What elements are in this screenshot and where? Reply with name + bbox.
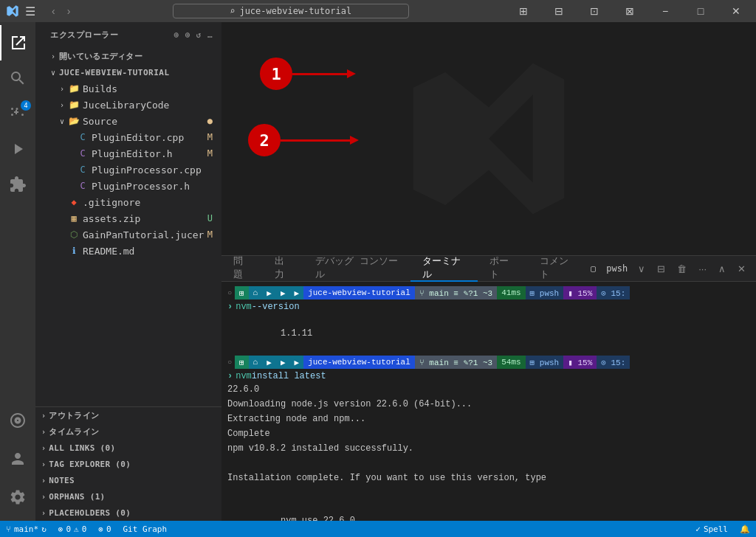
seg-home-2: ⌂ xyxy=(249,356,263,369)
panel-tabs: 問題 出力 デバッグ コンソール ターミナル ポート コメント xyxy=(221,256,756,282)
source-label: Source xyxy=(83,116,117,127)
tree-item-builds[interactable]: › 📁 Builds xyxy=(35,80,221,97)
terminal-content[interactable]: ○ ⊞ ⌂ ▶ ▶ ▶ juce-webview-tutorial ⑂ main… xyxy=(221,282,756,521)
terminal-instance-icon[interactable]: ▢ xyxy=(586,263,600,274)
project-arrow: ∨ xyxy=(47,66,59,78)
layout-button[interactable]: ⊠ xyxy=(613,0,647,22)
statusbar-branch[interactable]: ⑂ main* ↻ xyxy=(0,521,52,537)
panel-close-button[interactable]: ✕ xyxy=(733,262,750,276)
terminal-blank-1 xyxy=(221,456,756,471)
tab-ports[interactable]: ポート xyxy=(478,256,527,282)
close-button[interactable]: ✕ xyxy=(719,0,753,22)
nav-forward-button[interactable]: › xyxy=(63,4,75,18)
kill-terminal-button[interactable]: 🗑 xyxy=(673,262,691,276)
orphans-section[interactable]: › ORPHANS (1) xyxy=(35,488,221,505)
editor-area[interactable]: 1 2 xyxy=(221,22,756,255)
content-area: 1 2 問題 xyxy=(221,22,756,521)
tree-item-gitignore[interactable]: › ◆ .gitignore xyxy=(35,194,221,210)
activity-item-run[interactable] xyxy=(0,131,35,167)
seg-folder3-1: ▶ xyxy=(290,286,304,299)
new-folder-icon[interactable]: ⊕ xyxy=(185,30,190,40)
statusbar-notifications[interactable]: 🔔 xyxy=(734,521,756,537)
sidebar-lower: › アウトライン › タイムライン › ALL LINKS (0) › TAG … xyxy=(35,406,221,521)
collapse-icon[interactable]: … xyxy=(207,30,213,40)
seg-folder2-1: ▶ xyxy=(276,286,290,299)
plugin-processor-h-label: PluginProcessor.h xyxy=(92,181,190,192)
statusbar-errors[interactable]: ⊗ 0 ⚠ 0 xyxy=(52,521,93,537)
tab-debug-console[interactable]: デバッグ コンソール xyxy=(303,256,410,282)
activity-item-search[interactable] xyxy=(0,60,35,96)
bell-icon: 🔔 xyxy=(740,524,750,534)
open-editors-section[interactable]: › 開いているエディター xyxy=(35,48,221,64)
tree-item-plugin-processor-cpp[interactable]: › C PluginProcessor.cpp xyxy=(35,162,221,178)
activity-item-remote[interactable] xyxy=(0,403,35,438)
jucelibrary-arrow: › xyxy=(56,99,68,111)
tab-terminal[interactable]: ターミナル xyxy=(410,256,478,282)
terminal-cmd-2: › nvm install latest xyxy=(221,370,756,382)
zip-file-icon: ▦ xyxy=(68,212,80,224)
hamburger-menu-icon[interactable]: ☰ xyxy=(25,4,35,18)
notes-arrow: › xyxy=(41,477,46,485)
panel-actions: ▢ pwsh ∨ ⊟ 🗑 ··· ∧ ✕ xyxy=(586,262,756,276)
all-links-section[interactable]: › ALL LINKS (0) xyxy=(35,440,221,456)
remote-error-count: 0 xyxy=(106,524,111,534)
activity-item-extensions[interactable] xyxy=(0,167,35,202)
minimize-button[interactable]: − xyxy=(648,0,682,22)
terminal-output-2-3: Extracting node and npm... xyxy=(221,412,756,426)
vscode-logo-icon xyxy=(6,4,19,18)
panel-toggle-button[interactable]: ⊡ xyxy=(577,0,611,22)
refresh-icon[interactable]: ↺ xyxy=(196,30,202,40)
tree-item-jucelibrary[interactable]: › 📁 JuceLibraryCode xyxy=(35,97,221,113)
terminal-dropdown-button[interactable]: ∨ xyxy=(633,262,650,276)
all-links-label: ALL LINKS (0) xyxy=(49,443,115,453)
statusbar-left: ⑂ main* ↻ ⊗ 0 ⚠ 0 ⊗ 0 Git Graph xyxy=(0,521,173,537)
tab-comments[interactable]: コメント xyxy=(528,256,586,282)
statusbar-git-graph[interactable]: Git Graph xyxy=(117,521,173,537)
tag-explorer-section[interactable]: › TAG EXPLORER (0) xyxy=(35,456,221,472)
more-actions-button[interactable]: ··· xyxy=(694,262,711,276)
git-file-icon: ◆ xyxy=(68,196,80,208)
tab-problems[interactable]: 問題 xyxy=(221,256,263,282)
new-file-icon[interactable]: ⊕ xyxy=(174,30,179,40)
tree-item-plugin-editor-cpp[interactable]: › C PluginEditor.cpp M xyxy=(35,129,221,145)
statusbar-spell[interactable]: ✓ Spell xyxy=(690,521,734,537)
statusbar-remote-errors[interactable]: ⊗ 0 xyxy=(92,521,117,537)
tree-item-readme[interactable]: › ℹ README.md xyxy=(35,243,221,259)
seg-git-2: ⑂ main ≡ ✎?1 ~3 xyxy=(415,356,497,369)
tree-item-assets-zip[interactable]: › ▦ assets.zip U xyxy=(35,210,221,226)
layout-toggle-button[interactable]: ⊞ xyxy=(506,0,540,22)
search-bar[interactable]: ⌕ juce-webview-tutorial xyxy=(173,4,409,18)
placeholders-section[interactable]: › PLACEHOLDERS (0) xyxy=(35,505,221,521)
activity-item-explorer[interactable] xyxy=(0,25,35,60)
plugin-editor-h-badge: M xyxy=(207,148,213,159)
nav-back-button[interactable]: ‹ xyxy=(47,4,60,18)
seg-mem-1: ▮ 15% xyxy=(563,286,597,299)
tree-item-plugin-editor-h[interactable]: › C PluginEditor.h M xyxy=(35,145,221,162)
activity-item-source-control[interactable]: 4 xyxy=(0,96,35,131)
cmd-text-1: nvm xyxy=(236,302,252,312)
notes-section[interactable]: › NOTES xyxy=(35,472,221,488)
bullet-1: ○ xyxy=(227,289,232,297)
warning-count: 0 xyxy=(82,524,87,534)
activity-item-accounts[interactable] xyxy=(0,441,35,477)
tab-output[interactable]: 出力 xyxy=(263,256,304,282)
tree-item-jucer[interactable]: › ⬡ GainPanTutorial.jucer M xyxy=(35,226,221,243)
tree-item-plugin-processor-h[interactable]: › C PluginProcessor.h xyxy=(35,178,221,194)
split-terminal-button[interactable]: ⊟ xyxy=(653,262,670,276)
activity-item-settings[interactable] xyxy=(0,479,35,515)
seg-home-1: ⌂ xyxy=(249,286,263,299)
gitignore-label: .gitignore xyxy=(83,197,140,208)
tree-item-source[interactable]: ∨ 📂 Source ● xyxy=(35,113,221,129)
tag-explorer-arrow: › xyxy=(41,460,46,468)
panel-maximize-button[interactable]: ∧ xyxy=(714,262,730,276)
maximize-button[interactable]: □ xyxy=(684,0,718,22)
terminal-prompt-2: ○ ⊞ ⌂ ▶ ▶ ▶ juce-webview-tutorial ⑂ main… xyxy=(221,354,756,370)
titlebar-right: ⊞ ⊟ ⊡ ⊠ − □ ✕ xyxy=(506,0,756,22)
seg-win-1: ⊞ xyxy=(235,286,249,299)
timeline-section[interactable]: › タイムライン xyxy=(35,423,221,440)
vscode-watermark xyxy=(400,50,577,227)
file-tree: › 開いているエディター ∨ JUCE-WEBVIEW-TUTORIAL › 📁… xyxy=(35,48,221,406)
sidebar-toggle-button[interactable]: ⊟ xyxy=(542,0,576,22)
project-root[interactable]: ∨ JUCE-WEBVIEW-TUTORIAL xyxy=(35,64,221,80)
outline-section[interactable]: › アウトライン xyxy=(35,407,221,423)
